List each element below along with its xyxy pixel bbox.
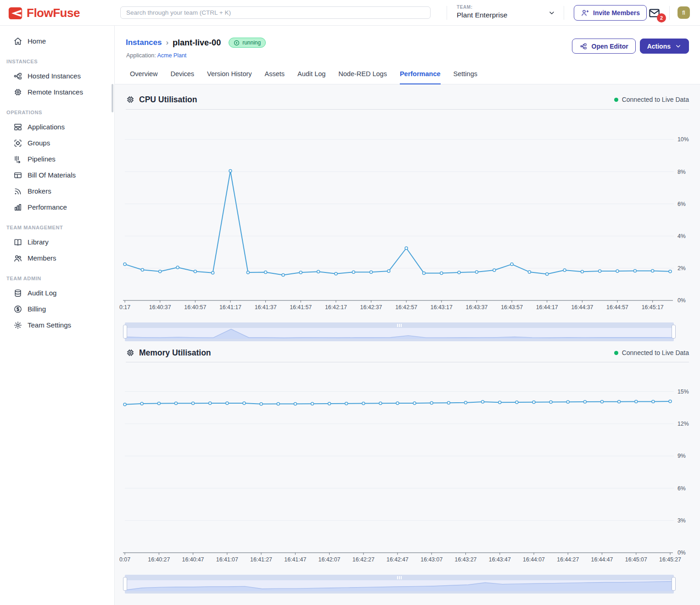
sidebar-scrollbar[interactable] [112, 84, 113, 112]
search-input[interactable] [120, 6, 431, 19]
application-line: Application: Acme Plant [126, 52, 186, 59]
svg-text:16:43:07: 16:43:07 [420, 556, 442, 563]
sidebar-item-home[interactable]: Home [0, 33, 114, 49]
invite-members-button[interactable]: Invite Members [574, 5, 647, 21]
sidebar-item-pipelines[interactable]: Pipelines [0, 151, 114, 167]
breadcrumb-instances-link[interactable]: Instances [126, 38, 162, 47]
tab-performance[interactable]: Performance [400, 70, 441, 84]
sidebar-item-brokers[interactable]: Brokers [0, 183, 114, 199]
svg-text:16:41:07: 16:41:07 [216, 556, 238, 563]
panel-divider [126, 109, 689, 110]
svg-text:6%: 6% [678, 485, 686, 492]
breadcrumb-separator: › [166, 38, 168, 47]
cpu-icon [126, 95, 135, 104]
chevron-down-icon[interactable] [548, 9, 555, 17]
drag-grip-icon[interactable] [397, 324, 402, 327]
svg-text:16:44:27: 16:44:27 [557, 556, 579, 563]
tab-node-red-logs[interactable]: Node-RED Logs [338, 70, 387, 84]
memory-chart-range-slider[interactable] [125, 575, 674, 594]
actions-label: Actions [647, 43, 671, 50]
instance-tabs: OverviewDevicesVersion HistoryAssetsAudi… [115, 70, 700, 84]
tab-overview[interactable]: Overview [130, 70, 157, 84]
svg-text:16:43:27: 16:43:27 [455, 556, 477, 563]
svg-text:0%: 0% [678, 297, 686, 304]
actions-button[interactable]: Actions [640, 39, 689, 54]
svg-text:8%: 8% [678, 169, 686, 175]
memory-range-left-handle[interactable] [123, 577, 127, 591]
memory-range-zoom-bar[interactable] [125, 575, 674, 580]
chart-title: CPU Utilisation [139, 95, 197, 105]
sidebar-item-hosted-instances[interactable]: Hosted Instances [0, 68, 114, 84]
person-plus-icon [581, 9, 589, 17]
flowfuse-logo-icon [8, 7, 22, 20]
cpu-range-track-bottom [125, 339, 674, 341]
application-label: Application: [126, 52, 156, 59]
sidebar-item-performance[interactable]: Performance [0, 199, 114, 215]
sidebar-item-groups[interactable]: Groups [0, 135, 114, 151]
panel-divider [126, 362, 689, 362]
sidebar-item-library[interactable]: Library [0, 234, 114, 250]
sidebar-item-label: Bill Of Materials [28, 171, 76, 179]
team-label: TEAM: [457, 5, 507, 10]
tab-audit-log[interactable]: Audit Log [297, 70, 325, 84]
user-avatar[interactable]: fl [678, 6, 690, 19]
groups-icon [13, 139, 22, 148]
svg-text:16:44:17: 16:44:17 [536, 304, 558, 311]
sidebar-item-remote-instances[interactable]: Remote Instances [0, 84, 114, 100]
tab-devices[interactable]: Devices [170, 70, 194, 84]
svg-text:16:42:47: 16:42:47 [386, 556, 409, 563]
svg-text:16:43:57: 16:43:57 [501, 304, 523, 311]
svg-text:16:44:47: 16:44:47 [591, 556, 613, 563]
sidebar-item-label: Applications [28, 123, 65, 131]
svg-text:0%: 0% [678, 549, 686, 556]
cpu-range-area [125, 328, 674, 339]
sidebar-item-bill-of-materials[interactable]: Bill Of Materials [0, 167, 114, 183]
sidebar-item-billing[interactable]: Billing [0, 301, 114, 317]
memory-range-track-bottom [125, 591, 674, 594]
svg-text:16:42:27: 16:42:27 [353, 556, 375, 563]
sidebar-section-instances: INSTANCES [0, 49, 114, 68]
chevron-down-icon [675, 43, 682, 50]
svg-text:16:43:37: 16:43:37 [466, 304, 488, 311]
remote-instances-icon [13, 88, 22, 97]
sidebar-item-label: Members [28, 254, 56, 262]
team-name: Plant Enterprise [457, 11, 507, 19]
tab-version-history[interactable]: Version History [207, 70, 252, 84]
team-selector[interactable]: TEAM: Plant Enterprise [457, 5, 507, 19]
sidebar-item-team-settings[interactable]: Team Settings [0, 317, 114, 333]
svg-text:10%: 10% [678, 136, 689, 143]
sidebar-item-applications[interactable]: Applications [0, 119, 114, 135]
sidebar-item-label: Library [28, 238, 49, 246]
sidebar-item-audit-log[interactable]: Audit Log [0, 285, 114, 301]
flowfuse-logo[interactable]: FlowFuse [8, 6, 80, 20]
sidebar-item-label: Home [28, 37, 46, 45]
svg-text:16:40:57: 16:40:57 [184, 304, 206, 311]
library-icon [13, 238, 22, 247]
svg-text:16:43:17: 16:43:17 [431, 304, 453, 311]
applications-icon [13, 122, 22, 132]
performance-icon [13, 203, 22, 212]
live-status: Connected to Live Data [614, 349, 689, 356]
tab-settings[interactable]: Settings [454, 70, 477, 84]
sidebar-item-label: Billing [28, 305, 46, 313]
cpu-range-left-handle[interactable] [123, 325, 127, 339]
sidebar-item-label: Team Settings [28, 321, 71, 329]
cpu-range-right-handle[interactable] [672, 325, 676, 339]
application-link[interactable]: Acme Plant [157, 52, 186, 59]
memory-range-right-handle[interactable] [672, 577, 676, 591]
svg-text:16:44:37: 16:44:37 [571, 304, 593, 311]
tab-assets[interactable]: Assets [265, 70, 285, 84]
billing-icon [13, 305, 22, 314]
notification-count-badge: 2 [657, 13, 666, 22]
sidebar-item-members[interactable]: Members [0, 250, 114, 266]
svg-text:16:44:57: 16:44:57 [606, 304, 628, 311]
svg-text:16:40:37: 16:40:37 [149, 304, 171, 311]
svg-text:9%: 9% [678, 453, 686, 459]
cpu-range-zoom-bar[interactable] [125, 322, 674, 328]
drag-grip-icon[interactable] [397, 576, 402, 579]
topbar-divider [447, 6, 447, 20]
sidebar-item-label: Remote Instances [28, 88, 83, 96]
sidebar-item-label: Hosted Instances [28, 72, 81, 80]
open-editor-button[interactable]: Open Editor [572, 39, 636, 54]
cpu-chart-range-slider[interactable] [125, 322, 674, 341]
